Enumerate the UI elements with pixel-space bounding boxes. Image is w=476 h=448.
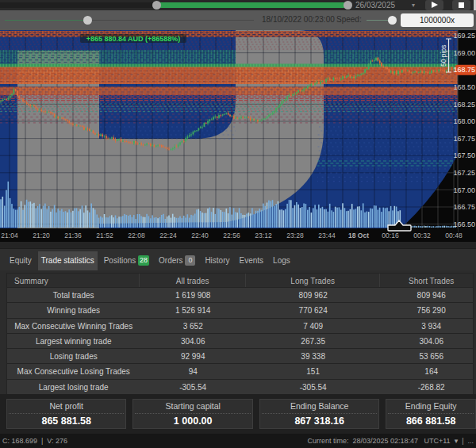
svg-text:168.50: 168.50	[453, 83, 475, 91]
svg-text:00:32: 00:32	[413, 232, 431, 239]
svg-text:23:44: 23:44	[318, 232, 336, 239]
svg-text:21:52: 21:52	[96, 232, 113, 239]
svg-text:168.75: 168.75	[453, 66, 475, 74]
svg-text:167.00: 167.00	[453, 186, 475, 194]
svg-text:167.50: 167.50	[453, 151, 475, 159]
svg-text:167.75: 167.75	[453, 135, 475, 143]
svg-text:169.00: 169.00	[453, 49, 475, 57]
svg-text:21:20: 21:20	[33, 232, 50, 239]
svg-text:22:40: 22:40	[191, 232, 209, 239]
svg-text:22:08: 22:08	[128, 232, 145, 239]
svg-text:23:28: 23:28	[286, 232, 304, 239]
svg-text:22:24: 22:24	[159, 232, 177, 239]
svg-text:18 Oct: 18 Oct	[348, 232, 369, 239]
svg-text:166.50: 166.50	[453, 220, 475, 228]
svg-text:50 pips: 50 pips	[440, 45, 447, 67]
svg-text:00:16: 00:16	[382, 232, 399, 239]
svg-text:21:36: 21:36	[64, 232, 82, 239]
svg-text:167.25: 167.25	[453, 169, 475, 177]
svg-text:21:04: 21:04	[1, 232, 18, 239]
svg-text:168.25: 168.25	[453, 101, 475, 109]
svg-text:23:12: 23:12	[255, 232, 272, 239]
svg-text:+865 880.84 AUD (+86588%): +865 880.84 AUD (+86588%)	[86, 35, 181, 43]
svg-text:00:48: 00:48	[445, 232, 463, 239]
svg-text:169.25: 169.25	[453, 32, 475, 40]
svg-text:168.00: 168.00	[453, 117, 475, 125]
svg-text:22:56: 22:56	[223, 232, 240, 239]
svg-text:166.75: 166.75	[453, 203, 475, 211]
